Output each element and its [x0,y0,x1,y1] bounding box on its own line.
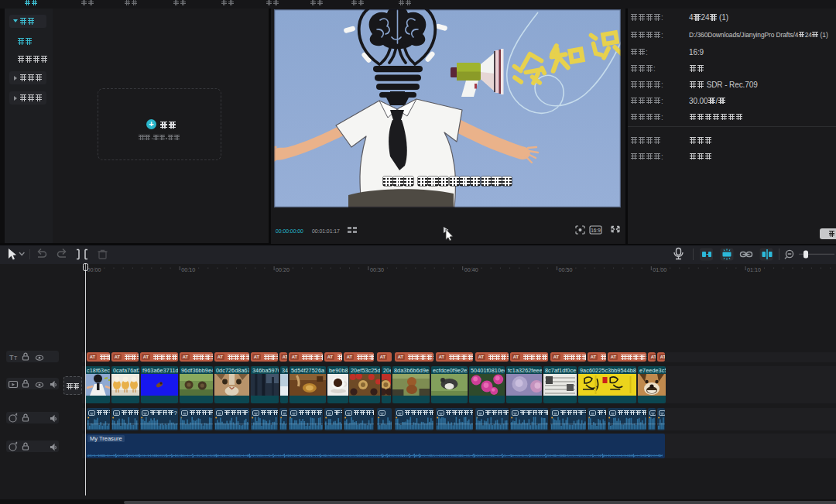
svg-text:T: T [14,355,18,361]
svg-text:00:30: 00:30 [370,266,384,273]
svg-text:00:20: 00:20 [276,266,290,273]
svg-text:00:10: 00:10 [181,266,195,273]
svg-text:16:9: 16:9 [591,228,601,233]
svg-text:01:10: 01:10 [747,266,761,273]
svg-text:00:50: 00:50 [559,266,573,273]
svg-text:00:40: 00:40 [464,266,478,273]
svg-text:01:00: 01:00 [653,266,666,273]
svg-text:00:00: 00:00 [87,266,101,273]
